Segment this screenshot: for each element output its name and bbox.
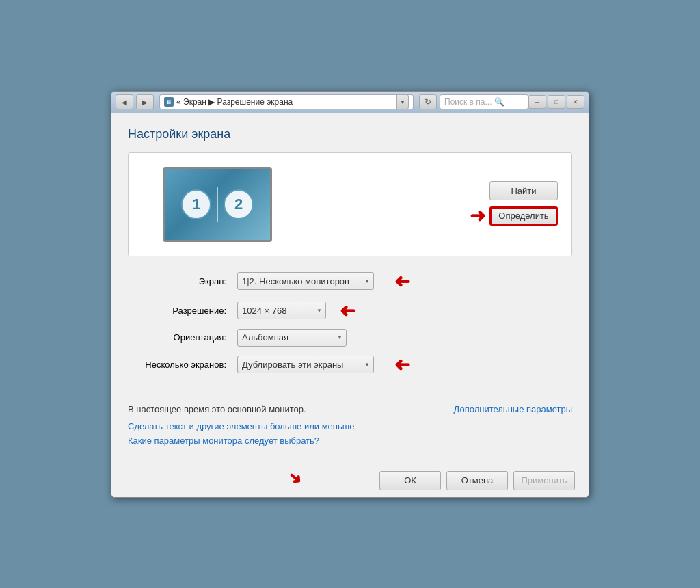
- form-section: Экран: 1|2. Несколько мониторов 1. Монит…: [128, 270, 572, 390]
- refresh-button[interactable]: ↻: [419, 94, 437, 109]
- main-window: ◀ ▶ 🖥 « Экран ▶ Разрешение экрана ▼ ↻ По…: [111, 91, 589, 498]
- resolution-select-wrapper: 1024 × 768 800 × 600 1280 × 720 1920 × 1…: [237, 302, 326, 319]
- ok-button[interactable]: ОК: [379, 471, 441, 490]
- buttons-area: Найти ➜ Определить: [470, 181, 558, 227]
- status-text: В настоящее время это основной монитор.: [128, 404, 306, 414]
- search-bar[interactable]: Поиск в па... 🔍: [440, 94, 528, 109]
- multiple-select[interactable]: Дублировать эти экраны Расширить эти экр…: [237, 356, 374, 373]
- apply-arrow: ➜: [284, 466, 306, 489]
- monitor-numbers: 1 2: [181, 187, 254, 222]
- orientation-label: Ориентация:: [128, 332, 230, 343]
- identify-row: ➜ Определить: [470, 204, 558, 227]
- nav-area: ◀ ▶ 🖥 « Экран ▶ Разрешение экрана ▼ ↻ По…: [116, 94, 528, 109]
- divider: [128, 397, 572, 397]
- multiple-screens-row: Несколько экранов: Дублировать эти экран…: [128, 353, 572, 376]
- status-row: В настоящее время это основной монитор. …: [128, 404, 572, 414]
- address-bar: 🖥 « Экран ▶ Разрешение экрана ▼: [159, 94, 414, 109]
- titlebar: ◀ ▶ 🖥 « Экран ▶ Разрешение экрана ▼ ↻ По…: [111, 92, 589, 113]
- multiple-select-wrapper: Дублировать эти экраны Расширить эти экр…: [237, 356, 374, 373]
- search-icon: 🔍: [494, 97, 504, 107]
- advanced-link[interactable]: Дополнительные параметры: [453, 404, 572, 414]
- minimize-button[interactable]: ─: [528, 95, 546, 109]
- identify-button[interactable]: Определить: [489, 206, 558, 226]
- screen-select-wrapper: 1|2. Несколько мониторов 1. Монитор 1 2.…: [237, 272, 374, 290]
- maximize-button[interactable]: □: [548, 95, 565, 109]
- back-button[interactable]: ◀: [116, 94, 133, 109]
- close-button[interactable]: ✕: [567, 95, 584, 109]
- monitor-num-2: 2: [224, 189, 254, 219]
- screen-select[interactable]: 1|2. Несколько мониторов 1. Монитор 1 2.…: [237, 272, 374, 290]
- find-button[interactable]: Найти: [489, 181, 558, 200]
- forward-button[interactable]: ▶: [136, 94, 154, 109]
- monitor-image: 1 2: [163, 167, 272, 242]
- identify-arrow: ➜: [470, 204, 485, 227]
- screen-label: Экран:: [128, 276, 230, 286]
- address-breadcrumb: « Экран ▶ Разрешение экрана: [176, 97, 293, 107]
- monitor-params-link[interactable]: Какие параметры монитора следует выбрать…: [128, 436, 572, 446]
- address-icon: 🖥: [164, 97, 174, 107]
- resolution-select[interactable]: 1024 × 768 800 × 600 1280 × 720 1920 × 1…: [237, 302, 326, 319]
- screen-row: Экран: 1|2. Несколько мониторов 1. Монит…: [128, 270, 572, 293]
- resolution-row: Разрешение: 1024 × 768 800 × 600 1280 × …: [128, 299, 572, 322]
- search-placeholder: Поиск в па...: [444, 97, 492, 107]
- screen-arrow: ➜: [394, 270, 410, 293]
- cancel-button[interactable]: Отмена: [446, 471, 508, 490]
- multiple-label: Несколько экранов:: [128, 360, 230, 370]
- resolution-arrow: ➜: [340, 299, 355, 322]
- links-section: Сделать текст и другие элементы больше и…: [128, 421, 572, 446]
- orientation-select-wrapper: Альбомная Книжная Альбомная (перевёрнута…: [237, 329, 347, 347]
- monitor-preview-box: 1 2 Найти ➜ Определить: [128, 152, 572, 256]
- resolution-label: Разрешение:: [128, 306, 230, 316]
- window-controls: ─ □ ✕: [528, 95, 584, 109]
- orientation-row: Ориентация: Альбомная Книжная Альбомная …: [128, 329, 572, 347]
- bottom-bar: ➜ ОК Отмена Применить: [111, 464, 589, 497]
- monitor-divider: [217, 187, 218, 222]
- address-dropdown[interactable]: ▼: [396, 94, 409, 109]
- content-area: Настройки экрана 1 2 Найти ➜ Определит: [111, 113, 589, 464]
- monitor-num-1: 1: [181, 189, 211, 219]
- text-size-link[interactable]: Сделать текст и другие элементы больше и…: [128, 421, 572, 431]
- page-title: Настройки экрана: [128, 127, 572, 142]
- monitor-display: 1 2: [163, 167, 272, 242]
- orientation-select[interactable]: Альбомная Книжная Альбомная (перевёрнута…: [237, 329, 347, 347]
- multiple-arrow: ➜: [394, 353, 410, 376]
- apply-button[interactable]: Применить: [513, 471, 575, 490]
